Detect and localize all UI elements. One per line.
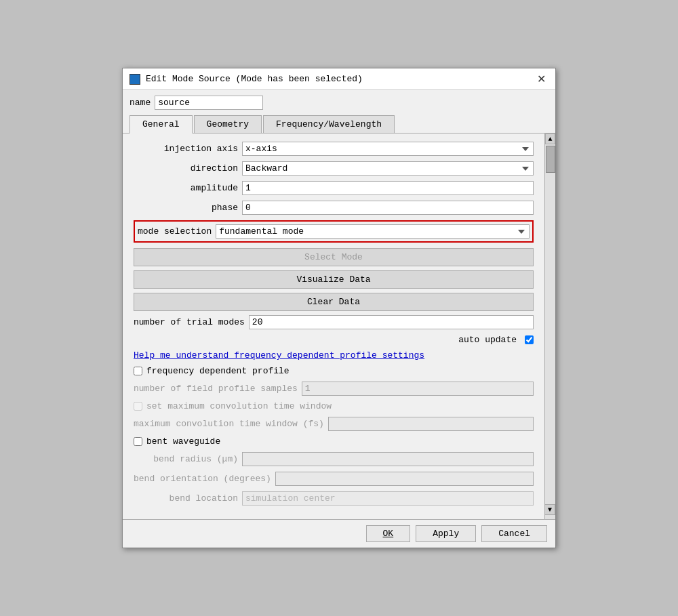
title-bar: Edit Mode Source (Mode has been selected… [123, 68, 555, 90]
tabs: General Geometry Frequency/Wavelength [123, 115, 555, 134]
auto-update-row: auto update [134, 335, 534, 345]
bend-radius-control [242, 452, 534, 466]
direction-control: Forward Backward [242, 161, 534, 176]
content-area: injection axis x-axis y-axis z-axis dire… [123, 134, 555, 519]
field-profile-samples-control [302, 382, 534, 396]
bend-radius-row: bend radius (μm) [134, 452, 534, 466]
bend-location-label: bend location [134, 493, 242, 504]
bent-waveguide-row: bent waveguide [134, 436, 534, 447]
freq-dependent-label: frequency dependent profile [146, 366, 290, 376]
amplitude-input[interactable] [242, 181, 534, 195]
auto-update-label: auto update [458, 335, 521, 345]
scrollbar: ▲ ▼ [544, 134, 555, 519]
clear-data-button[interactable]: Clear Data [134, 293, 534, 311]
set-max-convolution-checkbox [134, 402, 142, 411]
amplitude-row: amplitude [134, 181, 534, 195]
dialog-title: Edit Mode Source (Mode has been selected… [146, 74, 363, 84]
phase-label: phase [134, 203, 242, 213]
main-panel: injection axis x-axis y-axis z-axis dire… [123, 134, 544, 519]
direction-select[interactable]: Forward Backward [242, 161, 534, 176]
name-label: name [129, 98, 151, 108]
scroll-up-arrow[interactable]: ▲ [545, 134, 555, 144]
bend-location-select: simulation center [242, 491, 534, 506]
amplitude-control [242, 181, 534, 195]
injection-axis-select[interactable]: x-axis y-axis z-axis [242, 142, 534, 156]
field-profile-samples-label: number of field profile samples [134, 384, 302, 394]
bend-orientation-label: bend orientation (degrees) [134, 474, 275, 484]
tab-geometry[interactable]: Geometry [194, 115, 262, 133]
bent-waveguide-label: bent waveguide [146, 436, 220, 447]
select-mode-button[interactable]: Select Mode [134, 248, 534, 266]
injection-axis-row: injection axis x-axis y-axis z-axis [134, 142, 534, 156]
title-bar-left: Edit Mode Source (Mode has been selected… [129, 74, 363, 85]
injection-axis-control: x-axis y-axis z-axis [242, 142, 534, 156]
field-profile-samples-input [302, 382, 534, 396]
max-convolution-row: maximum convolution time window (fs) [134, 417, 534, 431]
trial-modes-label: number of trial modes [134, 317, 249, 327]
dialog: Edit Mode Source (Mode has been selected… [122, 68, 556, 548]
tab-general[interactable]: General [129, 115, 193, 134]
freq-dependent-checkbox[interactable] [134, 367, 142, 375]
dialog-icon [129, 74, 140, 85]
name-input[interactable] [155, 96, 263, 110]
ok-button[interactable]: OK [366, 525, 411, 542]
injection-axis-label: injection axis [134, 144, 242, 154]
field-profile-samples-row: number of field profile samples [134, 382, 534, 396]
direction-row: direction Forward Backward [134, 161, 534, 176]
mode-selection-select[interactable]: fundamental mode fundamental TE mode fun… [216, 224, 530, 239]
help-link[interactable]: Help me understand frequency dependent p… [134, 350, 424, 361]
bend-location-row: bend location simulation center [134, 491, 534, 506]
trial-modes-row: number of trial modes [134, 315, 534, 329]
bottom-bar: OK Apply Cancel [123, 519, 555, 548]
amplitude-label: amplitude [134, 183, 242, 193]
set-max-convolution-row: set maximum convolution time window [134, 401, 534, 411]
direction-label: direction [134, 163, 242, 173]
trial-modes-input[interactable] [249, 315, 534, 329]
phase-control [242, 201, 534, 215]
mode-selection-label: mode selection [138, 226, 216, 237]
bent-waveguide-checkbox[interactable] [134, 437, 142, 446]
max-convolution-input [328, 417, 534, 431]
close-button[interactable]: ✕ [534, 73, 549, 85]
bend-location-control: simulation center [242, 491, 534, 506]
freq-dependent-row: frequency dependent profile [134, 366, 534, 376]
name-row: name [123, 90, 555, 115]
cancel-button[interactable]: Cancel [481, 525, 547, 542]
visualize-data-button[interactable]: Visualize Data [134, 270, 534, 289]
bend-orientation-row: bend orientation (degrees) [134, 472, 534, 486]
bend-orientation-control [275, 472, 534, 486]
mode-selection-wrapper: mode selection fundamental mode fundamen… [134, 220, 534, 243]
bend-radius-input [242, 452, 534, 466]
tab-frequency[interactable]: Frequency/Wavelength [263, 115, 395, 133]
set-max-convolution-label: set maximum convolution time window [146, 401, 332, 411]
max-convolution-control [328, 417, 534, 431]
phase-input[interactable] [242, 201, 534, 215]
scroll-thumb[interactable] [546, 146, 555, 173]
scroll-down-arrow[interactable]: ▼ [544, 504, 555, 515]
bend-radius-label: bend radius (μm) [134, 454, 242, 464]
auto-update-checkbox[interactable] [525, 335, 534, 344]
phase-row: phase [134, 201, 534, 215]
trial-modes-control [249, 315, 534, 329]
apply-button[interactable]: Apply [416, 525, 476, 542]
max-convolution-label: maximum convolution time window (fs) [134, 419, 328, 429]
bend-orientation-input [275, 472, 534, 486]
